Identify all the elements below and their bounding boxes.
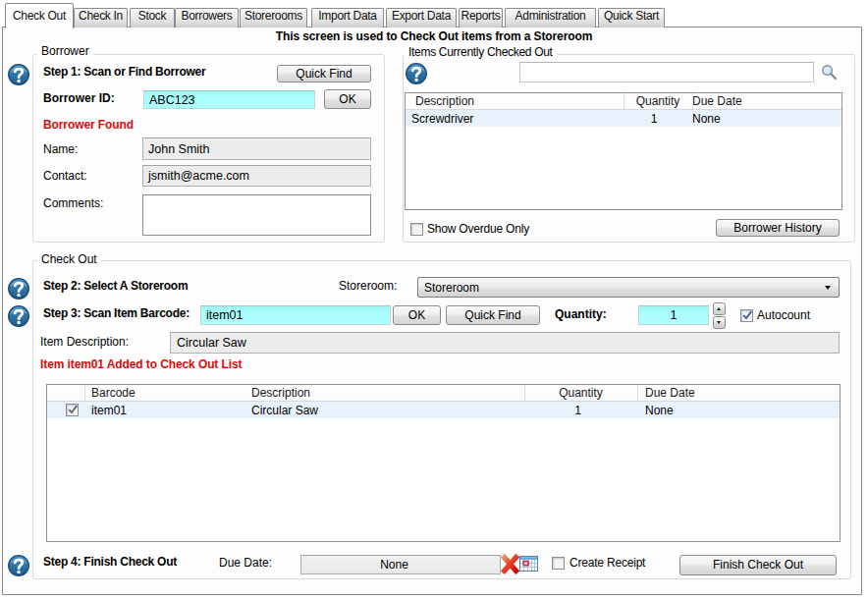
checkout-table-header: Barcode Description Quantity Due Date: [47, 385, 840, 402]
due-date-label: Due Date:: [219, 556, 272, 571]
show-overdue-checkbox[interactable]: [410, 223, 423, 236]
checkout-row-description: Circular Saw: [251, 402, 318, 418]
items-table: Description Quantity Due Date Screwdrive…: [405, 92, 842, 210]
items-col-sep-2: [692, 93, 693, 109]
storeroom-selected-value: Storeroom: [424, 281, 479, 295]
items-row-due-date: None: [692, 110, 721, 127]
barcode-ok-button[interactable]: OK: [393, 305, 441, 325]
name-field[interactable]: John Smith: [142, 137, 371, 160]
checkout-col-quantity[interactable]: Quantity: [524, 385, 637, 401]
checkout-table-row[interactable]: item01 Circular Saw 1 None: [47, 402, 840, 418]
search-icon[interactable]: [819, 63, 841, 84]
tab-quick-start[interactable]: Quick Start: [598, 8, 665, 27]
checkout-col-sep-2: [637, 385, 638, 401]
tab-administration[interactable]: Administration: [505, 8, 596, 27]
borrower-ok-button[interactable]: OK: [324, 89, 371, 109]
page-title: This screen is used to Check Out items f…: [0, 29, 868, 43]
tab-export-data[interactable]: Export Data: [386, 8, 457, 27]
borrower-status: Borrower Found: [43, 118, 134, 133]
quick-find-button[interactable]: Quick Find: [277, 65, 371, 82]
items-row-description: Screwdriver: [411, 110, 473, 127]
checkout-col-due-date[interactable]: Due Date: [645, 385, 695, 401]
barcode-quick-find-button[interactable]: Quick Find: [446, 305, 540, 325]
autocount-checkbox[interactable]: [740, 309, 753, 322]
items-search-input[interactable]: [519, 62, 814, 82]
create-receipt-checkbox[interactable]: [552, 557, 565, 570]
step2-label: Step 2: Select A Storeroom: [43, 279, 188, 294]
quantity-label: Quantity:: [555, 307, 607, 322]
down-arrow-icon: [717, 321, 721, 324]
row-checkbox[interactable]: [66, 404, 79, 416]
name-label: Name:: [43, 142, 78, 157]
items-row-quantity: 1: [620, 110, 688, 127]
up-arrow-icon: [717, 307, 721, 310]
finish-checkout-button[interactable]: Finish Check Out: [679, 555, 837, 575]
due-date-field[interactable]: None: [300, 555, 501, 574]
row-check-icon: [66, 403, 81, 417]
item-description-label: Item Description:: [40, 335, 129, 350]
checkout-col-description[interactable]: Description: [251, 385, 310, 401]
calendar-icon[interactable]: [519, 556, 538, 572]
barcode-input[interactable]: item01: [200, 305, 391, 325]
borrower-group-label: Borrower: [37, 44, 93, 58]
show-overdue-label: Show Overdue Only: [427, 222, 529, 237]
item-description-field[interactable]: Circular Saw: [170, 332, 840, 354]
step4-label: Step 4: Finish Check Out: [43, 555, 177, 570]
items-col-description[interactable]: Description: [415, 93, 474, 109]
checkout-group-label: Check Out: [37, 252, 101, 266]
help-icon-step3[interactable]: [8, 305, 29, 327]
borrower-history-button[interactable]: Borrower History: [716, 219, 840, 237]
items-table-header: Description Quantity Due Date: [406, 93, 841, 110]
borrower-id-label: Borrower ID:: [43, 91, 115, 106]
contact-field[interactable]: jsmith@acme.com: [142, 165, 371, 187]
tab-storerooms[interactable]: Storerooms: [240, 8, 307, 27]
tab-check-in[interactable]: Check In: [74, 8, 128, 27]
items-group-label: Items Currently Checked Out: [405, 45, 557, 59]
borrower-id-input[interactable]: ABC123: [143, 90, 315, 109]
comments-label: Comments:: [43, 196, 103, 211]
comments-field[interactable]: [142, 194, 371, 236]
help-icon-step4[interactable]: [8, 555, 29, 576]
tab-import-data[interactable]: Import Data: [311, 8, 384, 27]
storeroom-label: Storeroom:: [339, 279, 397, 294]
create-receipt-label: Create Receipt: [570, 556, 645, 571]
checkout-row-due-date: None: [645, 402, 674, 418]
items-table-row[interactable]: Screwdriver 1 None: [406, 110, 841, 127]
checkout-status: Item item01 Added to Check Out List: [40, 357, 242, 372]
help-icon-step2[interactable]: [8, 278, 29, 300]
contact-label: Contact:: [43, 169, 87, 184]
step3-label: Step 3: Scan Item Barcode:: [43, 306, 190, 321]
checkout-row-quantity: 1: [521, 402, 634, 418]
step1-label: Step 1: Scan or Find Borrower: [43, 65, 205, 80]
combo-arrow-icon: [825, 286, 831, 290]
tab-reports[interactable]: Reports: [459, 8, 503, 27]
items-col-quantity[interactable]: Quantity: [624, 93, 692, 109]
quantity-input[interactable]: 1: [638, 305, 709, 325]
storeroom-select[interactable]: Storeroom: [417, 277, 840, 298]
autocount-label: Autocount: [757, 308, 810, 323]
checkout-col-barcode[interactable]: Barcode: [91, 385, 136, 401]
checkout-col-sep-1: [524, 385, 525, 401]
items-col-sep-1: [624, 93, 624, 109]
help-icon-step1[interactable]: [8, 64, 29, 85]
help-icon-items[interactable]: [406, 63, 427, 84]
clear-date-icon[interactable]: [501, 553, 519, 575]
tab-borrowers[interactable]: Borrowers: [175, 8, 239, 27]
tab-check-out[interactable]: Check Out: [5, 3, 74, 28]
checkout-col-sep-0: [84, 385, 85, 401]
quantity-up-button[interactable]: [713, 302, 726, 315]
tab-stock[interactable]: Stock: [130, 8, 175, 27]
checkout-table: Barcode Description Quantity Due Date it…: [46, 384, 841, 542]
checkout-row-barcode: item01: [91, 402, 127, 418]
quantity-down-button[interactable]: [713, 316, 726, 329]
items-col-due-date[interactable]: Due Date: [692, 93, 742, 109]
check-icon: [740, 308, 755, 323]
